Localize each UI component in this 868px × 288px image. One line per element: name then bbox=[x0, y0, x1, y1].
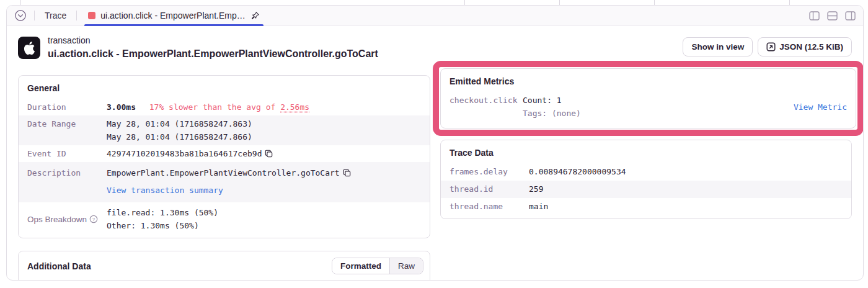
layout-left-icon[interactable] bbox=[809, 11, 820, 20]
active-tab-underline bbox=[84, 24, 263, 26]
trace-data-section: Trace Data frames.delay 0.00894678200000… bbox=[440, 140, 852, 219]
date-range-end: May 28, 01:04 (1716858247.866) bbox=[107, 130, 421, 143]
trace-drawer-panel: Trace ui.action.click - EmpowerPlant.Emp… bbox=[6, 5, 864, 281]
tab-trace[interactable]: Trace bbox=[42, 11, 69, 20]
help-icon[interactable]: ? bbox=[89, 215, 98, 223]
table-row: frames.delay 0.008946782000009534 bbox=[19, 279, 430, 281]
table-row: frames.delay 0.008946782000009534 bbox=[441, 163, 851, 181]
emitted-metrics-section: Emitted Metrics checkout.click Count: 1 … bbox=[440, 68, 856, 128]
ops-breakdown-item: file.read: 1.30ms (50%) bbox=[107, 206, 421, 219]
trace-data-heading: Trace Data bbox=[441, 140, 851, 163]
pin-icon[interactable] bbox=[250, 11, 260, 20]
general-heading: General bbox=[19, 76, 430, 99]
copy-icon[interactable] bbox=[265, 150, 273, 158]
metric-tags: Tags: (none) bbox=[523, 107, 581, 120]
duration-row: Duration 3.00ms 17% slower than the avg … bbox=[19, 99, 430, 115]
transaction-type-icon bbox=[88, 12, 95, 19]
show-in-view-button[interactable]: Show in view bbox=[683, 37, 753, 56]
divider bbox=[76, 11, 77, 20]
description-row: Description EmpowerPlant.EmpowerPlantVie… bbox=[19, 162, 430, 202]
ops-breakdown-row: Ops Breakdown ? file.read: 1.30ms (50%) … bbox=[19, 202, 430, 238]
duration-value: 3.00ms bbox=[107, 102, 136, 112]
background-grid-remnant bbox=[0, 0, 868, 5]
view-metric-link[interactable]: View Metric bbox=[794, 102, 847, 112]
layout-bottom-icon[interactable] bbox=[827, 11, 838, 20]
tab-transaction-label: ui.action.click - EmpowerPlant.Emp… bbox=[100, 11, 245, 20]
layout-right-icon[interactable] bbox=[845, 11, 856, 20]
general-section: General Duration 3.00ms 17% slower than … bbox=[18, 75, 430, 238]
description-value: EmpowerPlant.EmpowerPlantViewController.… bbox=[107, 168, 340, 178]
drawer-tab-bar: Trace ui.action.click - EmpowerPlant.Emp… bbox=[7, 6, 863, 26]
chevron-down-circle-icon bbox=[14, 9, 27, 22]
ops-breakdown-item: Other: 1.30ms (50%) bbox=[107, 219, 421, 232]
collapse-drawer-button[interactable] bbox=[14, 9, 27, 22]
tab-transaction-active[interactable]: ui.action.click - EmpowerPlant.Emp… bbox=[84, 6, 263, 26]
external-link-icon bbox=[766, 42, 776, 52]
event-id-row: Event ID 429747102019483ba81ba164617ceb9… bbox=[19, 145, 430, 162]
metric-name: checkout.click bbox=[450, 94, 523, 120]
screen: Trace ui.action.click - EmpowerPlant.Emp… bbox=[0, 0, 868, 288]
apple-icon bbox=[18, 37, 40, 59]
date-range-row: Date Range May 28, 01:04 (1716858247.863… bbox=[19, 115, 430, 145]
emitted-metrics-heading: Emitted Metrics bbox=[441, 69, 856, 92]
emitted-metrics-highlight: Emitted Metrics checkout.click Count: 1 … bbox=[433, 61, 864, 136]
event-type-label: transaction bbox=[48, 35, 378, 47]
page-title: ui.action.click - EmpowerPlant.EmpowerPl… bbox=[48, 47, 378, 61]
event-id-value: 429747102019483ba81ba164617ceb9d bbox=[107, 149, 262, 158]
raw-toggle-button[interactable]: Raw bbox=[389, 258, 423, 274]
table-row: thread.id 259 bbox=[441, 181, 851, 198]
avg-duration-tooltip-trigger[interactable]: 2.56ms bbox=[280, 102, 309, 112]
json-download-button[interactable]: JSON (12.5 KiB) bbox=[758, 37, 852, 56]
formatted-toggle-button[interactable]: Formatted bbox=[332, 258, 389, 274]
svg-text:?: ? bbox=[92, 217, 95, 222]
table-row: thread.name main bbox=[441, 198, 851, 218]
date-range-start: May 28, 01:04 (1716858247.863) bbox=[107, 117, 421, 130]
format-toggle: Formatted Raw bbox=[332, 258, 423, 274]
view-transaction-summary-link[interactable]: View transaction summary bbox=[107, 186, 223, 195]
transaction-header: transaction ui.action.click - EmpowerPla… bbox=[18, 35, 852, 61]
metric-count: Count: 1 bbox=[523, 94, 581, 107]
copy-icon[interactable] bbox=[343, 169, 351, 177]
divider bbox=[34, 11, 35, 20]
duration-comparison: 17% slower than the avg of 2.56ms bbox=[149, 102, 309, 112]
additional-data-heading: Additional Data bbox=[27, 261, 91, 271]
additional-data-section: Additional Data Formatted Raw frames.del… bbox=[18, 251, 430, 281]
